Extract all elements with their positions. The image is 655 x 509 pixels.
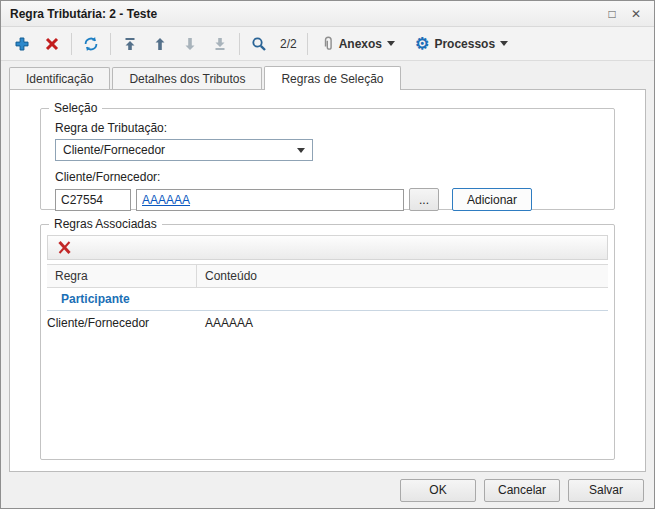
- delete-record-button[interactable]: [41, 31, 63, 57]
- last-record-button[interactable]: [209, 31, 231, 57]
- refresh-button[interactable]: [80, 31, 102, 57]
- cliente-name-input[interactable]: [136, 189, 404, 211]
- tab-regras-de-selecao[interactable]: Regras de Seleção: [264, 66, 400, 90]
- column-header-regra[interactable]: Regra: [47, 265, 197, 287]
- regras-group-title: Regras Associadas: [49, 217, 162, 231]
- tab-detalhes-dos-tributos[interactable]: Detalhes dos Tributos: [112, 67, 262, 89]
- record-counter: 2/2: [278, 37, 299, 51]
- regra-tributacao-value: Cliente/Fornecedor: [63, 143, 165, 157]
- cell-conteudo: AAAAAA: [197, 316, 608, 330]
- anexos-button[interactable]: Anexos: [316, 31, 401, 57]
- adicionar-button[interactable]: Adicionar: [452, 188, 532, 211]
- cell-regra: Cliente/Fornecedor: [47, 311, 197, 334]
- delete-rule-icon: [57, 240, 72, 255]
- cliente-fornecedor-label: Cliente/Fornecedor:: [55, 170, 600, 184]
- toolbar-separator: [71, 33, 72, 55]
- refresh-icon: [83, 36, 99, 52]
- cancelar-button[interactable]: Cancelar: [484, 479, 560, 502]
- footer-bar: OK Cancelar Salvar: [1, 472, 654, 508]
- anexos-label: Anexos: [339, 37, 382, 51]
- table-row[interactable]: Cliente/Fornecedor AAAAAA: [47, 311, 608, 334]
- next-record-button[interactable]: [179, 31, 201, 57]
- cliente-input-row: ... Adicionar: [55, 188, 600, 211]
- first-record-icon: [124, 37, 136, 51]
- up-arrow-icon: [154, 37, 166, 51]
- close-button[interactable]: ✕: [624, 4, 648, 24]
- paperclip-icon: [322, 36, 334, 52]
- salvar-button[interactable]: Salvar: [568, 479, 644, 502]
- table-header: Regra Conteúdo: [47, 264, 608, 288]
- delete-rule-button[interactable]: [53, 237, 75, 259]
- toolbar-separator: [307, 33, 308, 55]
- cliente-code-input[interactable]: [55, 189, 131, 211]
- tab-page: Seleção Regra de Tributação: Cliente/For…: [9, 89, 646, 472]
- dialog-window: Regra Tributária: 2 - Teste □ ✕: [0, 0, 655, 509]
- chevron-down-icon: [297, 148, 305, 153]
- grid-toolbar: [47, 235, 608, 260]
- processos-button[interactable]: ⚙ Processos: [409, 31, 514, 57]
- down-arrow-icon: [184, 37, 196, 51]
- browse-button[interactable]: ...: [409, 188, 439, 211]
- add-record-button[interactable]: [11, 31, 33, 57]
- ok-button[interactable]: OK: [400, 479, 476, 502]
- previous-record-button[interactable]: [149, 31, 171, 57]
- toolbar-separator: [110, 33, 111, 55]
- title-bar: Regra Tributária: 2 - Teste □ ✕: [1, 1, 654, 27]
- maximize-button[interactable]: □: [600, 4, 624, 24]
- plus-icon: [15, 37, 29, 51]
- last-record-icon: [214, 37, 226, 51]
- gear-icon: ⚙: [415, 36, 429, 52]
- table-group-row[interactable]: Participante: [47, 288, 608, 311]
- regras-associadas-groupbox: Regras Associadas Regra Conteúdo Partici…: [40, 224, 615, 460]
- search-button[interactable]: [248, 31, 270, 57]
- regra-tributacao-label: Regra de Tributação:: [55, 121, 600, 135]
- delete-icon: [45, 37, 59, 51]
- first-record-button[interactable]: [119, 31, 141, 57]
- search-icon: [251, 36, 267, 52]
- selecao-groupbox: Seleção Regra de Tributação: Cliente/For…: [40, 108, 615, 210]
- chevron-down-icon: [387, 41, 395, 46]
- regra-tributacao-select[interactable]: Cliente/Fornecedor: [55, 139, 313, 161]
- main-toolbar: 2/2 Anexos ⚙ Processos: [1, 27, 654, 61]
- selecao-group-title: Seleção: [49, 101, 102, 115]
- chevron-down-icon: [500, 41, 508, 46]
- tab-strip: Identificação Detalhes dos Tributos Regr…: [1, 61, 654, 89]
- toolbar-separator: [239, 33, 240, 55]
- processos-label: Processos: [434, 37, 495, 51]
- window-title: Regra Tributária: 2 - Teste: [10, 7, 600, 21]
- column-header-conteudo[interactable]: Conteúdo: [197, 269, 608, 283]
- tab-identificacao[interactable]: Identificação: [9, 67, 110, 89]
